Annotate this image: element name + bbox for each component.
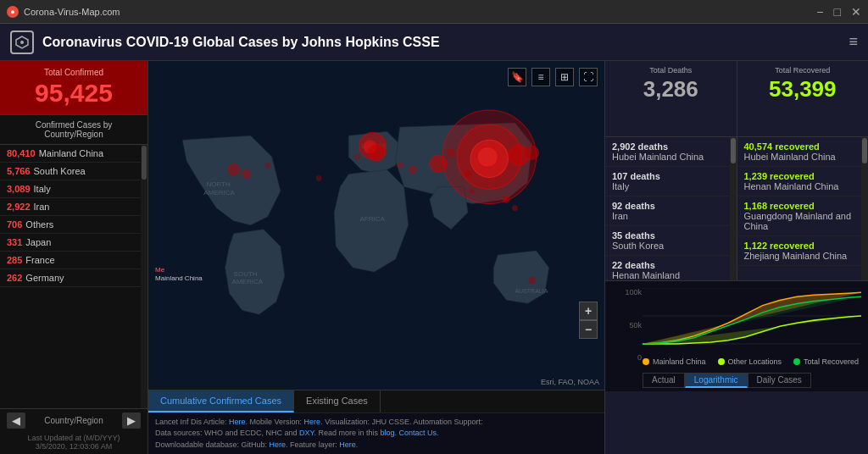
prev-page-button[interactable]: ◀ (7, 412, 25, 429)
tab-cumulative[interactable]: Cumulative Confirmed Cases (148, 390, 294, 412)
svg-text:AUSTRALIA: AUSTRALIA (515, 288, 548, 294)
stats-row: Total Deaths 3,286 Total Recovered 53,39… (605, 61, 868, 137)
map-attribution: Esri, FAO, NOAA (541, 378, 599, 386)
svg-text:Me: Me (155, 266, 165, 274)
death-location: South Korea (612, 241, 664, 251)
legend-dot-recovered (793, 358, 800, 365)
window-controls[interactable]: − □ ✕ (816, 5, 861, 19)
sidebar-nav-label: Country/Region (44, 416, 103, 425)
svg-point-18 (525, 146, 538, 159)
dxy-link[interactable]: DXY (299, 429, 314, 437)
chart-tab-actual[interactable]: Actual (643, 373, 685, 388)
death-item: 107 deathsItaly (605, 167, 737, 197)
death-item: 92 deathsIran (605, 197, 737, 226)
recovered-list: 40,574 recoveredHubei Mainland China1,23… (737, 137, 869, 280)
death-count: 35 deaths (612, 230, 655, 241)
zoom-in-button[interactable]: + (579, 302, 598, 320)
minimize-button[interactable]: − (816, 5, 823, 19)
map-info-line2: Data sources: WHO and ECDC, NHC and DXY.… (155, 428, 598, 440)
recovered-location: Hubei Mainland China (744, 152, 836, 162)
legend-dot-other (718, 358, 725, 365)
legend-label-mainland: Mainland China (653, 357, 706, 366)
map-area: NORTH AMERICA SOUTH AMERICA AFRICA EUROP… (148, 61, 605, 454)
zoom-out-button[interactable]: − (579, 320, 598, 339)
chart-tab-daily[interactable]: Daily Cases (748, 373, 811, 388)
fullscreen-button[interactable]: ⛶ (579, 68, 598, 86)
menu-button[interactable]: ≡ (849, 33, 858, 51)
recovered-scroll-thumb (862, 138, 867, 163)
svg-text:NORTH: NORTH (206, 180, 231, 188)
country-item[interactable]: 262Germany (0, 269, 147, 287)
grid-view-button[interactable]: ⊞ (555, 68, 574, 86)
app-title: Coronavirus COVID-19 Global Cases by Joh… (42, 35, 849, 50)
country-name: Germany (25, 273, 64, 283)
svg-point-28 (354, 154, 359, 159)
recovered-location: Henan Mainland China (744, 181, 839, 191)
total-deaths-box: Total Deaths 3,286 (605, 61, 737, 136)
svg-point-24 (512, 206, 517, 211)
recovered-item: 1,122 recoveredZhejiang Mainland China (737, 236, 869, 266)
country-item[interactable]: 80,410Mainland China (0, 145, 147, 163)
svg-point-31 (470, 189, 475, 194)
title-bar-title: Corona-Virus-Map.com (24, 7, 816, 17)
country-count: 706 (7, 219, 22, 230)
recovered-location: Zhejiang Mainland China (744, 251, 848, 261)
country-item[interactable]: 2,922Iran (0, 198, 147, 216)
legend-other-locations: Other Locations (718, 357, 782, 366)
chart-tab-logarithmic[interactable]: Logarithmic (685, 373, 748, 388)
country-count: 285 (7, 255, 22, 265)
github-link[interactable]: Here (270, 440, 287, 449)
sidebar-scrollbar[interactable] (141, 145, 147, 408)
svg-point-21 (409, 166, 416, 173)
total-deaths-value: 3,286 (612, 76, 730, 102)
next-page-button[interactable]: ▶ (122, 412, 141, 429)
country-name: Japan (25, 237, 51, 247)
svg-point-27 (316, 175, 321, 180)
country-count: 262 (7, 273, 22, 283)
country-name: Italy (34, 184, 51, 194)
death-item: 35 deathsSouth Korea (605, 226, 737, 256)
map-container[interactable]: NORTH AMERICA SOUTH AMERICA AFRICA EUROP… (148, 61, 604, 390)
legend-total-recovered: Total Recovered (793, 357, 859, 366)
bookmark-button[interactable]: 🔖 (508, 68, 526, 86)
deaths-scroll-thumb (731, 138, 736, 163)
country-item[interactable]: 706Others (0, 216, 147, 234)
country-item[interactable]: 5,766South Korea (0, 163, 147, 180)
feature-link[interactable]: Here (339, 440, 356, 449)
tab-existing[interactable]: Existing Cases (294, 390, 381, 412)
sidebar-scroll-thumb (142, 146, 147, 180)
svg-text:Mainland China: Mainland China (155, 274, 203, 282)
left-sidebar: Total Confirmed 95,425 Confirmed Cases b… (0, 61, 148, 454)
recovered-scrollbar[interactable] (861, 137, 868, 280)
close-button[interactable]: ✕ (851, 5, 861, 19)
death-count: 22 deaths (612, 260, 655, 270)
main-layout: Total Confirmed 95,425 Confirmed Cases b… (0, 61, 868, 454)
lancet-link[interactable]: Here (229, 418, 246, 426)
country-name: France (25, 255, 54, 265)
svg-point-0 (20, 41, 24, 44)
death-item: 2,902 deathsHubei Mainland China (605, 137, 737, 167)
recovered-count: 40,574 recovered (744, 141, 820, 152)
svg-point-14 (430, 155, 447, 172)
country-item[interactable]: 3,089Italy (0, 180, 147, 198)
country-item[interactable]: 285France (0, 252, 147, 269)
blog-link[interactable]: blog (380, 429, 394, 437)
list-view-button[interactable]: ≡ (531, 68, 550, 86)
total-deaths-label: Total Deaths (612, 66, 730, 75)
legend-mainland-china: Mainland China (643, 357, 706, 366)
total-recovered-box: Total Recovered 53,399 (737, 61, 869, 136)
mobile-link[interactable]: Here (304, 418, 321, 426)
contact-link[interactable]: Contact Us (399, 429, 437, 437)
map-info-bar: Lancet Inf Dis Article: Here. Mobile Ver… (148, 412, 604, 455)
maximize-button[interactable]: □ (834, 5, 841, 19)
country-name: South Korea (34, 166, 86, 176)
map-zoom-controls: + − (579, 302, 598, 339)
deaths-scrollbar[interactable] (730, 137, 737, 280)
svg-text:AMERICA: AMERICA (203, 189, 235, 197)
death-location: Henan Mainland (612, 270, 680, 280)
app-icon: ● (7, 6, 19, 18)
total-recovered-label: Total Recovered (744, 66, 862, 75)
country-item[interactable]: 331Japan (0, 234, 147, 252)
total-confirmed-label: Total Confirmed (7, 68, 141, 77)
map-tabs: Cumulative Confirmed Cases Existing Case… (148, 390, 604, 412)
